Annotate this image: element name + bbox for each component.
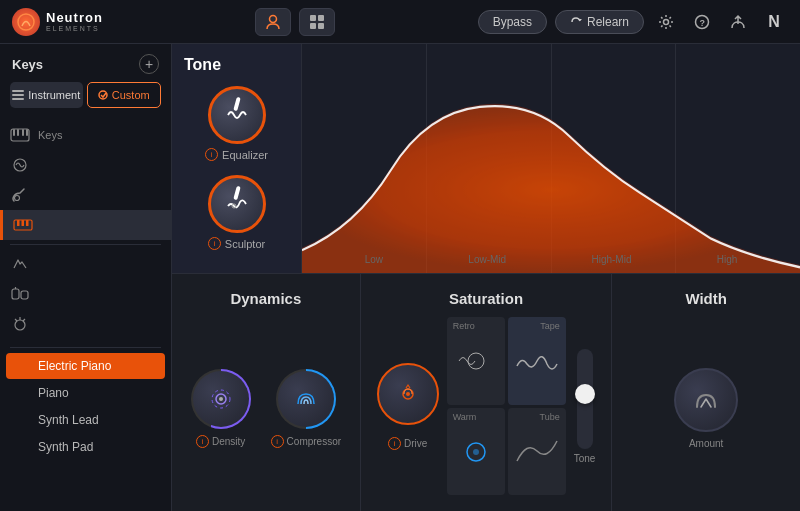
tone-slider-area: Tone — [574, 317, 596, 495]
sidebar-category-misc2[interactable] — [0, 279, 171, 309]
item-synth-lead-label: Synth Lead — [38, 413, 99, 427]
header-right: Bypass Relearn ? N — [478, 8, 788, 36]
app-subtitle: ELEMENTS — [46, 25, 103, 33]
amount-knob[interactable] — [674, 368, 738, 432]
sidebar-category-keys2[interactable] — [0, 210, 171, 240]
sidebar-item-synth-pad[interactable]: Synth Pad — [6, 434, 165, 460]
svg-point-6 — [664, 19, 669, 24]
svg-point-1 — [270, 15, 277, 22]
svg-rect-16 — [22, 129, 24, 136]
compressor-info[interactable]: i — [271, 435, 284, 448]
share-button[interactable] — [724, 8, 752, 36]
sidebar-add-button[interactable]: + — [139, 54, 159, 74]
width-panel: Width Amount — [612, 274, 800, 511]
tab-custom[interactable]: Custom — [87, 82, 162, 108]
equalizer-info[interactable]: i — [205, 148, 218, 161]
sculptor-label-text: Sculptor — [225, 238, 265, 250]
svg-rect-3 — [318, 15, 324, 21]
svg-rect-22 — [22, 220, 25, 226]
equalizer-label: i Equalizer — [205, 148, 268, 161]
sidebar-divider — [10, 244, 161, 245]
width-title: Width — [685, 290, 727, 307]
density-label: i Density — [196, 435, 245, 448]
sidebar-divider2 — [10, 347, 161, 348]
sidebar-item-piano[interactable]: Piano — [6, 380, 165, 406]
tone-controls: Tone i Equalizer — [172, 44, 302, 273]
tone-chart[interactable]: Low Low-Mid High-Mid High — [302, 44, 800, 273]
svg-rect-10 — [12, 94, 24, 96]
sidebar-category-keys[interactable]: Keys — [0, 120, 171, 150]
relearn-button[interactable]: Relearn — [555, 10, 644, 34]
tone-slider[interactable] — [577, 349, 593, 449]
compressor-knob[interactable] — [276, 369, 336, 429]
retro-cell[interactable]: Retro — [447, 317, 505, 405]
tone-panel: Tone i Equalizer — [172, 44, 800, 274]
tone-slider-thumb — [575, 384, 595, 404]
amount-label: Amount — [689, 438, 723, 449]
help-button[interactable]: ? — [688, 8, 716, 36]
svg-rect-25 — [21, 291, 28, 299]
sidebar-category-misc3[interactable] — [0, 309, 171, 339]
svg-rect-5 — [318, 23, 324, 29]
svg-rect-14 — [13, 129, 15, 136]
tone-title: Tone — [184, 56, 289, 74]
drive-label: i Drive — [388, 437, 427, 450]
tube-cell[interactable]: Tube — [508, 408, 566, 496]
saturation-title: Saturation — [377, 290, 596, 307]
svg-point-19 — [15, 196, 20, 201]
sidebar-category-misc1[interactable] — [0, 249, 171, 279]
sidebar-item-synth-lead[interactable]: Synth Lead — [6, 407, 165, 433]
warm-cell[interactable]: Warm — [447, 408, 505, 496]
svg-point-34 — [468, 353, 484, 369]
n-logo-button[interactable]: N — [760, 8, 788, 36]
saturation-panel: Saturation i — [361, 274, 613, 511]
tab-custom-label: Custom — [112, 89, 150, 101]
settings-button[interactable] — [652, 8, 680, 36]
sidebar-item-electric-piano[interactable]: Electric Piano — [6, 353, 165, 379]
saturation-content: i Drive Retro — [377, 317, 596, 495]
equalizer-knob-container: i Equalizer — [184, 86, 289, 161]
compressor-label: i Compressor — [271, 435, 341, 448]
density-knob[interactable] — [191, 369, 251, 429]
svg-text:?: ? — [700, 18, 706, 28]
svg-point-31 — [219, 397, 223, 401]
tab-instrument[interactable]: Instrument — [10, 82, 83, 108]
chart-labels: Low Low-Mid High-Mid High — [302, 254, 800, 265]
logo: Neutron ELEMENTS — [12, 8, 103, 36]
svg-point-27 — [15, 320, 25, 330]
svg-rect-24 — [12, 289, 19, 299]
header: Neutron ELEMENTS Bypass — [0, 0, 800, 44]
drive-info[interactable]: i — [388, 437, 401, 450]
svg-rect-15 — [17, 129, 19, 136]
saturation-grid: Retro Tape — [447, 317, 566, 495]
sculptor-knob[interactable] — [208, 175, 266, 233]
tone-label: Tone — [574, 453, 596, 464]
sidebar-category-guitar[interactable] — [0, 180, 171, 210]
svg-rect-9 — [12, 90, 24, 92]
logo-text: Neutron ELEMENTS — [46, 11, 103, 33]
svg-point-36 — [473, 449, 479, 455]
chart-label-low: Low — [365, 254, 383, 265]
sidebar: Keys + Instrument Custom Keys — [0, 44, 172, 511]
tape-label: Tape — [540, 321, 560, 331]
content-area: Tone i Equalizer — [172, 44, 800, 511]
app-name: Neutron — [46, 11, 103, 25]
equalizer-knob[interactable] — [208, 86, 266, 144]
drive-knob[interactable] — [377, 363, 439, 425]
profile-button[interactable] — [255, 8, 291, 36]
sidebar-category-synth[interactable] — [0, 150, 171, 180]
sculptor-info[interactable]: i — [208, 237, 221, 250]
tape-cell[interactable]: Tape — [508, 317, 566, 405]
tube-label: Tube — [539, 412, 559, 422]
logo-icon — [12, 8, 40, 36]
density-info[interactable]: i — [196, 435, 209, 448]
item-electric-piano-label: Electric Piano — [38, 359, 111, 373]
bypass-button[interactable]: Bypass — [478, 10, 547, 34]
sculptor-knob-container: i Sculptor — [184, 175, 289, 250]
svg-rect-23 — [26, 220, 29, 226]
dynamics-knobs: i Density i — [191, 321, 341, 495]
relearn-label: Relearn — [587, 15, 629, 29]
svg-point-33 — [406, 392, 410, 396]
tone-wave-svg — [302, 44, 800, 273]
grid-button[interactable] — [299, 8, 335, 36]
